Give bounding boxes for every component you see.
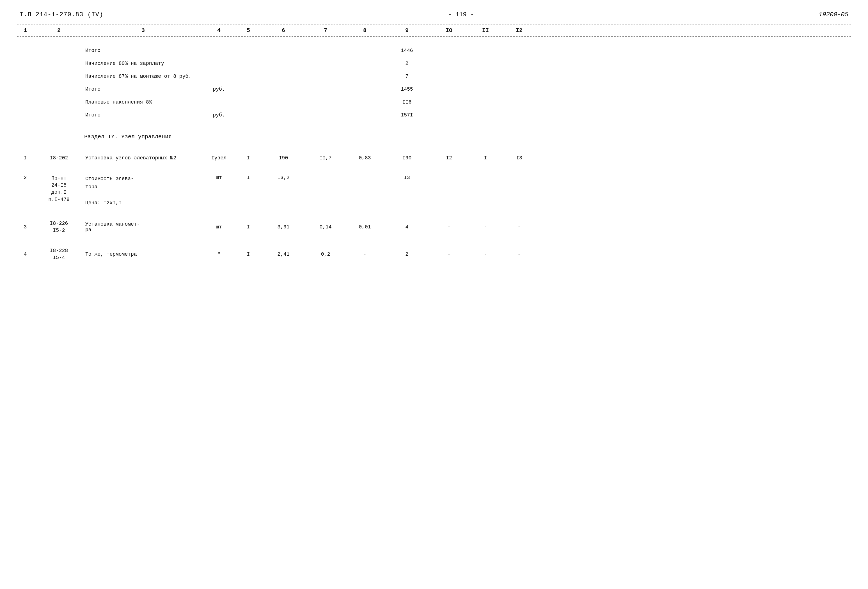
summary-row-1: Итого 1446 — [17, 46, 851, 55]
col-header-5: 5 — [236, 27, 261, 34]
col-header-9: 9 — [384, 27, 430, 34]
sr1-c4 — [202, 50, 236, 51]
dr3-c4: шт — [202, 224, 236, 230]
sr4-c11 — [469, 89, 502, 90]
sr2-c9: 2 — [384, 60, 430, 67]
sr4-c10 — [430, 89, 469, 90]
sr6-c1 — [17, 115, 34, 116]
sr6-unit: руб. — [202, 112, 236, 118]
dr4-c8: - — [345, 251, 384, 258]
dr1-c9: I90 — [384, 155, 430, 161]
dr2-c12 — [502, 174, 536, 176]
sr4-c7 — [306, 89, 345, 90]
sr6-label: Итого — [84, 112, 202, 118]
column-headers: 1 2 3 4 5 6 7 8 9 IO II I2 — [17, 24, 851, 37]
sr3-c2 — [34, 76, 84, 77]
sr2-c12 — [502, 63, 536, 64]
document-title: Т.П 214-1-270.83 (IV) — [20, 11, 103, 18]
dr4-c6: 2,41 — [261, 251, 306, 258]
dr2-c5: I — [236, 174, 261, 181]
summary-row-6: Итого руб. I57I — [17, 111, 851, 120]
sr6-c2 — [34, 115, 84, 116]
dr3-c11: - — [469, 224, 502, 230]
dr1-c6: I90 — [261, 155, 306, 161]
dr2-c4: шт — [202, 174, 236, 181]
sr3-c10 — [430, 76, 469, 77]
dr3-c8: 0,01 — [345, 224, 384, 230]
col-header-12: I2 — [502, 27, 536, 34]
dr1-c10: I2 — [430, 155, 469, 161]
dr2-c8 — [345, 174, 384, 176]
summary-row-5: Плановые накопления 8% II6 — [17, 97, 851, 106]
sr6-c11 — [469, 115, 502, 116]
sr4-c8 — [345, 89, 384, 90]
sr3-c12 — [502, 76, 536, 77]
col-header-2: 2 — [34, 27, 84, 34]
col-header-1: 1 — [17, 27, 34, 34]
dr1-c7: II,7 — [306, 155, 345, 161]
col-header-7: 7 — [306, 27, 345, 34]
sr5-label: Плановые накопления 8% — [84, 99, 202, 105]
dr1-c1: I — [17, 155, 34, 161]
col-header-10: IO — [430, 27, 469, 34]
sr5-c5 — [236, 102, 261, 103]
data-row-1: I I8-202 Установка узлов элеваторных №2 … — [17, 152, 851, 164]
col-header-6: 6 — [261, 27, 306, 34]
dr1-c11: I — [469, 155, 502, 161]
sr2-c2 — [34, 63, 84, 64]
col-header-3: 3 — [84, 27, 202, 34]
sr4-c2 — [34, 89, 84, 90]
sr6-c10 — [430, 115, 469, 116]
dr1-c3: Установка узлов элеваторных №2 — [84, 155, 202, 161]
sr3-c1 — [17, 76, 34, 77]
dr3-c5: I — [236, 224, 261, 230]
dr1-c4: Iузел — [202, 155, 236, 161]
dr2-c9: I3 — [384, 174, 430, 181]
sr4-label: Итого — [84, 86, 202, 93]
dr4-c4: " — [202, 251, 236, 258]
dr4-c5: I — [236, 251, 261, 258]
dr4-c12: - — [502, 251, 536, 258]
sr1-c1 — [17, 50, 34, 51]
col-header-11: II — [469, 27, 502, 34]
sr5-c1 — [17, 102, 34, 103]
sr1-c2 — [34, 50, 84, 51]
sr4-c5 — [236, 89, 261, 90]
dr3-c12: - — [502, 224, 536, 230]
dr3-c1: 3 — [17, 224, 34, 230]
document-number: 19200-05 — [819, 11, 848, 18]
sr1-c12 — [502, 50, 536, 51]
dr3-c10: - — [430, 224, 469, 230]
sr3-c9: 7 — [384, 73, 430, 80]
page-number: - 119 - — [448, 11, 474, 18]
dr2-c7 — [306, 174, 345, 176]
section-title: Раздел IY. Узел управления — [84, 129, 202, 143]
sr5-c6 — [261, 102, 306, 103]
dr3-c3: Установка маномет- ра — [84, 221, 202, 233]
summary-row-4: Итого руб. 1455 — [17, 85, 851, 94]
dr3-c7: 0,14 — [306, 224, 345, 230]
sr3-c11 — [469, 76, 502, 77]
dr1-c5: I — [236, 155, 261, 161]
sr1-c9: 1446 — [384, 47, 430, 54]
sr3-c5 — [236, 76, 261, 77]
sr4-unit: руб. — [202, 86, 236, 93]
sr2-c4 — [202, 63, 236, 64]
sr1-c11 — [469, 50, 502, 51]
summary-row-2: Начисление 80% на зарплату 2 — [17, 59, 851, 68]
sr5-c8 — [345, 102, 384, 103]
dr4-c2: I8-228 I5-4 — [34, 247, 84, 262]
sr1-c10 — [430, 50, 469, 51]
sr1-c8 — [345, 50, 384, 51]
sr3-label: Начисление 87% на монтаже от 8 руб. — [84, 73, 202, 80]
sr2-c1 — [17, 63, 34, 64]
summary-row-3: Начисление 87% на монтаже от 8 руб. 7 — [17, 72, 851, 81]
sr5-c9: II6 — [384, 99, 430, 105]
sr2-c8 — [345, 63, 384, 64]
sr6-c9: I57I — [384, 112, 430, 118]
sr5-c11 — [469, 102, 502, 103]
sr1-c5 — [236, 50, 261, 51]
sr3-c4 — [202, 76, 236, 77]
sr1-label: Итого — [84, 47, 202, 54]
sr6-c8 — [345, 115, 384, 116]
